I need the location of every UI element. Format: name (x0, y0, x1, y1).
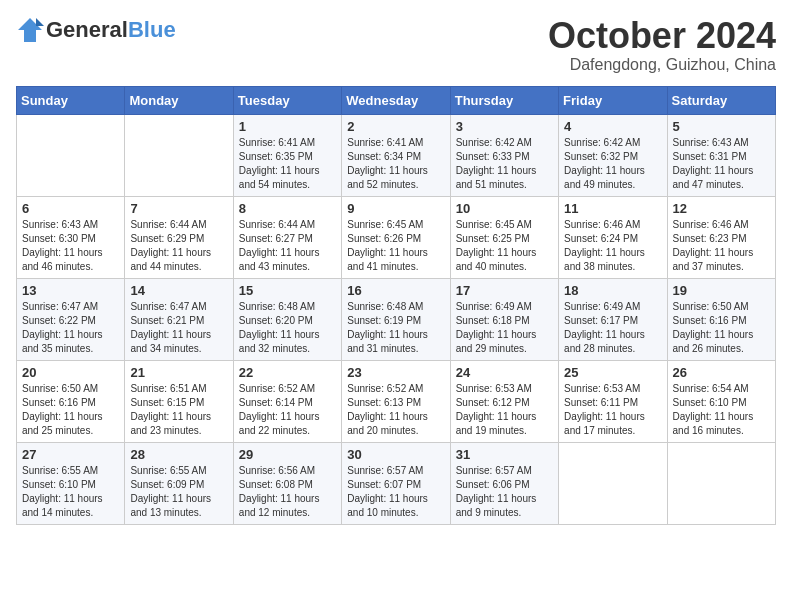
cell-content: Sunrise: 6:47 AM Sunset: 6:22 PM Dayligh… (22, 300, 119, 356)
day-number: 10 (456, 201, 553, 216)
calendar-cell: 11Sunrise: 6:46 AM Sunset: 6:24 PM Dayli… (559, 196, 667, 278)
calendar-cell: 5Sunrise: 6:43 AM Sunset: 6:31 PM Daylig… (667, 114, 775, 196)
calendar-cell: 6Sunrise: 6:43 AM Sunset: 6:30 PM Daylig… (17, 196, 125, 278)
calendar-cell: 12Sunrise: 6:46 AM Sunset: 6:23 PM Dayli… (667, 196, 775, 278)
cell-content: Sunrise: 6:43 AM Sunset: 6:30 PM Dayligh… (22, 218, 119, 274)
day-number: 16 (347, 283, 444, 298)
calendar-header-row: SundayMondayTuesdayWednesdayThursdayFrid… (17, 86, 776, 114)
calendar-cell: 27Sunrise: 6:55 AM Sunset: 6:10 PM Dayli… (17, 442, 125, 524)
day-number: 31 (456, 447, 553, 462)
calendar-cell: 14Sunrise: 6:47 AM Sunset: 6:21 PM Dayli… (125, 278, 233, 360)
calendar-cell: 31Sunrise: 6:57 AM Sunset: 6:06 PM Dayli… (450, 442, 558, 524)
day-number: 28 (130, 447, 227, 462)
day-number: 26 (673, 365, 770, 380)
cell-content: Sunrise: 6:47 AM Sunset: 6:21 PM Dayligh… (130, 300, 227, 356)
cell-content: Sunrise: 6:51 AM Sunset: 6:15 PM Dayligh… (130, 382, 227, 438)
day-header-thursday: Thursday (450, 86, 558, 114)
cell-content: Sunrise: 6:41 AM Sunset: 6:34 PM Dayligh… (347, 136, 444, 192)
calendar-cell: 3Sunrise: 6:42 AM Sunset: 6:33 PM Daylig… (450, 114, 558, 196)
calendar-cell: 18Sunrise: 6:49 AM Sunset: 6:17 PM Dayli… (559, 278, 667, 360)
logo-general-text: General (46, 17, 128, 43)
cell-content: Sunrise: 6:52 AM Sunset: 6:14 PM Dayligh… (239, 382, 336, 438)
calendar-cell: 4Sunrise: 6:42 AM Sunset: 6:32 PM Daylig… (559, 114, 667, 196)
calendar-cell: 17Sunrise: 6:49 AM Sunset: 6:18 PM Dayli… (450, 278, 558, 360)
day-header-monday: Monday (125, 86, 233, 114)
cell-content: Sunrise: 6:42 AM Sunset: 6:32 PM Dayligh… (564, 136, 661, 192)
calendar-cell: 24Sunrise: 6:53 AM Sunset: 6:12 PM Dayli… (450, 360, 558, 442)
day-number: 13 (22, 283, 119, 298)
cell-content: Sunrise: 6:44 AM Sunset: 6:27 PM Dayligh… (239, 218, 336, 274)
day-number: 3 (456, 119, 553, 134)
day-number: 21 (130, 365, 227, 380)
calendar-cell (125, 114, 233, 196)
day-number: 22 (239, 365, 336, 380)
svg-marker-1 (36, 18, 44, 26)
cell-content: Sunrise: 6:45 AM Sunset: 6:25 PM Dayligh… (456, 218, 553, 274)
day-number: 30 (347, 447, 444, 462)
cell-content: Sunrise: 6:55 AM Sunset: 6:10 PM Dayligh… (22, 464, 119, 520)
cell-content: Sunrise: 6:57 AM Sunset: 6:06 PM Dayligh… (456, 464, 553, 520)
cell-content: Sunrise: 6:41 AM Sunset: 6:35 PM Dayligh… (239, 136, 336, 192)
calendar-week-row: 6Sunrise: 6:43 AM Sunset: 6:30 PM Daylig… (17, 196, 776, 278)
cell-content: Sunrise: 6:53 AM Sunset: 6:12 PM Dayligh… (456, 382, 553, 438)
day-header-saturday: Saturday (667, 86, 775, 114)
cell-content: Sunrise: 6:49 AM Sunset: 6:18 PM Dayligh… (456, 300, 553, 356)
day-number: 20 (22, 365, 119, 380)
title-block: October 2024 Dafengdong, Guizhou, China (548, 16, 776, 74)
day-number: 9 (347, 201, 444, 216)
month-title: October 2024 (548, 16, 776, 56)
calendar-cell (667, 442, 775, 524)
cell-content: Sunrise: 6:48 AM Sunset: 6:20 PM Dayligh… (239, 300, 336, 356)
day-number: 15 (239, 283, 336, 298)
calendar-cell: 1Sunrise: 6:41 AM Sunset: 6:35 PM Daylig… (233, 114, 341, 196)
calendar-cell (559, 442, 667, 524)
calendar-cell: 16Sunrise: 6:48 AM Sunset: 6:19 PM Dayli… (342, 278, 450, 360)
cell-content: Sunrise: 6:55 AM Sunset: 6:09 PM Dayligh… (130, 464, 227, 520)
day-number: 5 (673, 119, 770, 134)
cell-content: Sunrise: 6:46 AM Sunset: 6:23 PM Dayligh… (673, 218, 770, 274)
calendar-cell: 2Sunrise: 6:41 AM Sunset: 6:34 PM Daylig… (342, 114, 450, 196)
day-number: 17 (456, 283, 553, 298)
calendar-table: SundayMondayTuesdayWednesdayThursdayFrid… (16, 86, 776, 525)
day-number: 2 (347, 119, 444, 134)
day-number: 24 (456, 365, 553, 380)
day-header-wednesday: Wednesday (342, 86, 450, 114)
cell-content: Sunrise: 6:50 AM Sunset: 6:16 PM Dayligh… (673, 300, 770, 356)
calendar-week-row: 1Sunrise: 6:41 AM Sunset: 6:35 PM Daylig… (17, 114, 776, 196)
cell-content: Sunrise: 6:49 AM Sunset: 6:17 PM Dayligh… (564, 300, 661, 356)
page-header: GeneralBlue October 2024 Dafengdong, Gui… (16, 16, 776, 74)
logo-blue-text: Blue (128, 17, 176, 43)
day-number: 18 (564, 283, 661, 298)
day-number: 19 (673, 283, 770, 298)
day-header-friday: Friday (559, 86, 667, 114)
day-header-sunday: Sunday (17, 86, 125, 114)
calendar-cell: 25Sunrise: 6:53 AM Sunset: 6:11 PM Dayli… (559, 360, 667, 442)
logo-icon (16, 16, 44, 44)
calendar-cell: 19Sunrise: 6:50 AM Sunset: 6:16 PM Dayli… (667, 278, 775, 360)
cell-content: Sunrise: 6:50 AM Sunset: 6:16 PM Dayligh… (22, 382, 119, 438)
cell-content: Sunrise: 6:42 AM Sunset: 6:33 PM Dayligh… (456, 136, 553, 192)
day-number: 14 (130, 283, 227, 298)
calendar-cell: 10Sunrise: 6:45 AM Sunset: 6:25 PM Dayli… (450, 196, 558, 278)
day-number: 6 (22, 201, 119, 216)
calendar-cell: 28Sunrise: 6:55 AM Sunset: 6:09 PM Dayli… (125, 442, 233, 524)
day-number: 11 (564, 201, 661, 216)
calendar-cell: 8Sunrise: 6:44 AM Sunset: 6:27 PM Daylig… (233, 196, 341, 278)
calendar-cell (17, 114, 125, 196)
cell-content: Sunrise: 6:57 AM Sunset: 6:07 PM Dayligh… (347, 464, 444, 520)
day-number: 23 (347, 365, 444, 380)
day-number: 1 (239, 119, 336, 134)
cell-content: Sunrise: 6:43 AM Sunset: 6:31 PM Dayligh… (673, 136, 770, 192)
calendar-cell: 29Sunrise: 6:56 AM Sunset: 6:08 PM Dayli… (233, 442, 341, 524)
day-number: 4 (564, 119, 661, 134)
cell-content: Sunrise: 6:46 AM Sunset: 6:24 PM Dayligh… (564, 218, 661, 274)
cell-content: Sunrise: 6:45 AM Sunset: 6:26 PM Dayligh… (347, 218, 444, 274)
cell-content: Sunrise: 6:54 AM Sunset: 6:10 PM Dayligh… (673, 382, 770, 438)
day-number: 29 (239, 447, 336, 462)
day-number: 12 (673, 201, 770, 216)
day-number: 8 (239, 201, 336, 216)
calendar-week-row: 27Sunrise: 6:55 AM Sunset: 6:10 PM Dayli… (17, 442, 776, 524)
day-number: 27 (22, 447, 119, 462)
calendar-cell: 23Sunrise: 6:52 AM Sunset: 6:13 PM Dayli… (342, 360, 450, 442)
calendar-cell: 21Sunrise: 6:51 AM Sunset: 6:15 PM Dayli… (125, 360, 233, 442)
